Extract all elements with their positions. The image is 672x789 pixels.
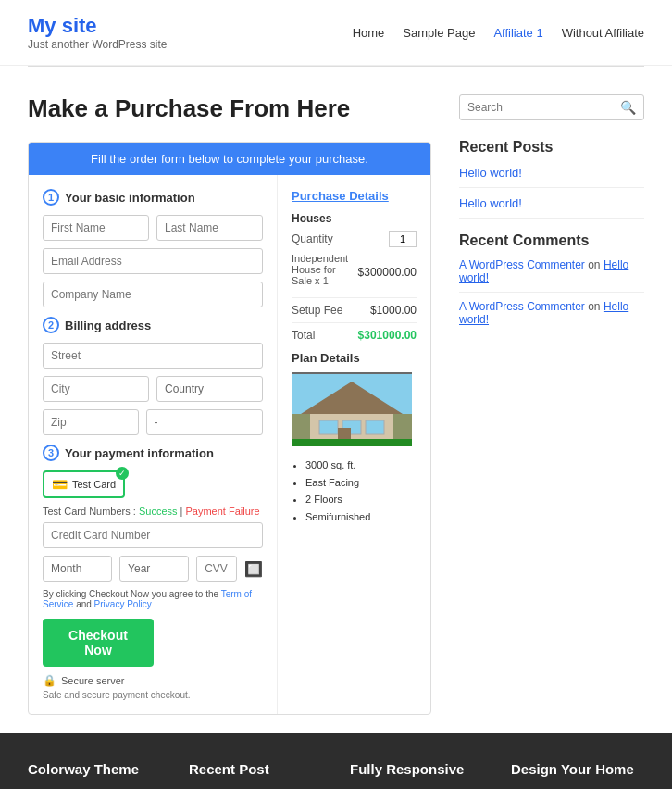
last-name-input[interactable] <box>156 215 263 241</box>
total-divider <box>292 322 417 323</box>
footer-col-4: Design Your Home Express your creativity… <box>511 761 644 789</box>
city-input[interactable] <box>43 376 149 402</box>
purchase-form-card: Fill the order form below to complete yo… <box>28 142 431 715</box>
plan-features: 3000 sq. ft. East Facing 2 Floors Semifu… <box>292 457 417 526</box>
secure-text: Secure server <box>61 675 124 686</box>
safe-text: Safe and secure payment checkout. <box>43 690 263 700</box>
post-divider-1 <box>459 187 644 188</box>
section-num-1: 1 <box>43 189 59 206</box>
year-select[interactable]: Year <box>119 556 189 582</box>
quantity-input[interactable] <box>389 231 417 247</box>
city-country-row: Country <box>43 376 263 402</box>
name-row <box>43 215 263 241</box>
nav-affiliate1[interactable]: Affiliate 1 <box>493 26 542 40</box>
site-title: My site <box>28 14 168 38</box>
svg-rect-5 <box>319 420 338 434</box>
zip-input[interactable] <box>43 409 139 435</box>
country-select[interactable]: Country <box>156 376 263 402</box>
comment-on-2: on <box>588 300 600 313</box>
success-link[interactable]: Success <box>139 506 178 517</box>
nav-sample[interactable]: Sample Page <box>403 26 475 40</box>
comment-divider-1 <box>459 292 644 293</box>
footer-col-1: Colorway Theme Footer is widgetized. To … <box>28 761 161 789</box>
section-num-3: 3 <box>43 445 59 461</box>
month-select[interactable]: Month <box>43 556 112 582</box>
test-card-button[interactable]: 💳 Test Card ✓ <box>43 470 125 498</box>
street-row <box>43 343 263 369</box>
feature-4: Semifurnished <box>305 508 417 526</box>
setup-fee-value: $1000.00 <box>370 304 417 317</box>
product-price: $300000.00 <box>358 266 417 279</box>
feature-2: East Facing <box>305 474 417 492</box>
comment-on-1: on <box>588 258 600 271</box>
total-value: $301000.00 <box>358 329 417 342</box>
search-icon[interactable]: 🔍 <box>620 100 636 115</box>
email-input[interactable] <box>43 248 263 274</box>
street-input[interactable] <box>43 343 263 369</box>
check-icon: ✓ <box>116 467 129 480</box>
site-tagline: Just another WordPress site <box>28 38 168 51</box>
nav-without-affiliate[interactable]: Without Affiliate <box>562 26 644 40</box>
quantity-row: Quantity <box>292 231 417 247</box>
total-label: Total <box>292 329 315 342</box>
terms-text: By clicking Checkout Now you agree to th… <box>43 589 263 609</box>
page-title: Make a Purchase From Here <box>28 94 431 123</box>
company-row <box>43 282 263 307</box>
recent-posts-title: Recent Posts <box>459 139 644 156</box>
card-btn-label: Test Card <box>72 479 116 490</box>
product-name: Houses <box>292 212 417 225</box>
product-price-row: Independent House for Sale x 1 $300000.0… <box>292 253 417 292</box>
credit-card-icon: 💳 <box>52 477 68 492</box>
house-image <box>292 372 417 449</box>
post-divider-2 <box>459 218 644 219</box>
card-number-input[interactable] <box>43 522 263 548</box>
left-column: Make a Purchase From Here Fill the order… <box>28 94 431 715</box>
recent-comments-title: Recent Comments <box>459 232 644 249</box>
section-billing-header: 2 Billing address <box>43 317 263 333</box>
footer-title-1: Colorway Theme <box>28 761 161 777</box>
post-link-1[interactable]: Hello world! <box>459 166 522 180</box>
svg-rect-7 <box>366 420 384 434</box>
price-divider <box>292 297 417 298</box>
comment-author-1: A WordPress Commenter <box>459 258 585 271</box>
form-left-section: 1 Your basic information <box>29 175 278 714</box>
checkout-button[interactable]: Checkout Now <box>43 619 154 667</box>
section-basic-info-label: Your basic information <box>65 191 195 205</box>
comment-item-2: A WordPress Commenter on Hello world! <box>459 300 644 326</box>
secure-row: 🔒 Secure server <box>43 674 263 687</box>
post-link-2[interactable]: Hello world! <box>459 196 522 210</box>
section-basic-info-header: 1 Your basic information <box>43 189 263 206</box>
comment-item-1: A WordPress Commenter on Hello world! <box>459 258 644 284</box>
search-input[interactable] <box>467 101 620 114</box>
form-header-text: Fill the order form below to complete yo… <box>29 143 430 175</box>
quantity-label: Quantity <box>292 232 333 245</box>
setup-fee-row: Setup Fee $1000.00 <box>292 304 417 317</box>
nav-home[interactable]: Home <box>353 26 385 40</box>
section-num-2: 2 <box>43 317 59 333</box>
footer-title-4: Design Your Home <box>511 761 644 777</box>
purchase-details-panel: Purchase Details Houses Quantity Indepen… <box>278 175 430 714</box>
plan-title: Plan Details <box>292 351 417 365</box>
company-input[interactable] <box>43 282 263 307</box>
section-billing-label: Billing address <box>65 319 151 332</box>
footer-col-3: Fully Responsive Colorway is a unique re… <box>350 761 483 789</box>
failure-link[interactable]: Payment Failure <box>186 506 260 517</box>
state-select[interactable]: - <box>146 409 263 435</box>
site-footer: Colorway Theme Footer is widgetized. To … <box>0 733 672 789</box>
svg-rect-10 <box>292 439 412 446</box>
privacy-link[interactable]: Privacy Policy <box>94 599 152 609</box>
search-box: 🔍 <box>459 94 644 120</box>
main-content: Make a Purchase From Here Fill the order… <box>0 67 672 733</box>
footer-title-3: Fully Responsive <box>350 761 483 777</box>
post-item-1: Hello world! <box>459 165 644 180</box>
site-branding: My site Just another WordPress site <box>28 14 168 51</box>
card-details-row: Month Year 🔲 <box>43 556 263 582</box>
zip-row: - <box>43 409 263 435</box>
footer-title-2: Recent Post <box>189 761 322 777</box>
svg-rect-3 <box>292 372 412 374</box>
first-name-input[interactable] <box>43 215 149 241</box>
card-number-row <box>43 522 263 548</box>
setup-fee-label: Setup Fee <box>292 304 342 317</box>
cvv-input[interactable] <box>196 556 237 582</box>
form-body: 1 Your basic information <box>29 175 430 714</box>
